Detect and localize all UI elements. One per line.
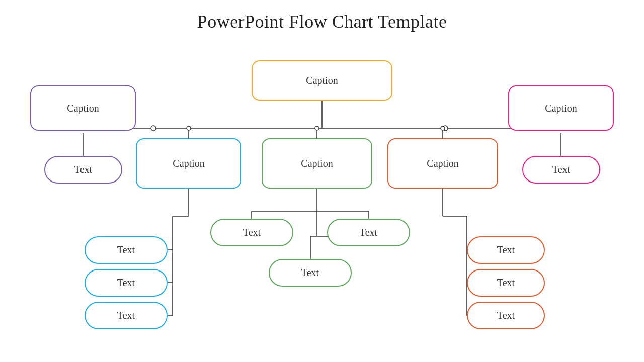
svg-point-2 <box>151 126 156 131</box>
node-green-text-2: Text <box>327 219 410 246</box>
node-top-caption: Caption <box>252 60 392 101</box>
node-right-text: Text <box>522 156 600 184</box>
node-left-caption: Caption <box>30 85 136 131</box>
node-red-text-1: Text <box>467 236 545 264</box>
node-red-text-2: Text <box>467 269 545 297</box>
node-green-text-1: Text <box>210 219 293 246</box>
page-title: PowerPoint Flow Chart Template <box>0 0 644 32</box>
node-blue-caption: Caption <box>136 138 242 189</box>
svg-point-9 <box>315 126 319 130</box>
node-left-text: Text <box>44 156 122 184</box>
svg-point-7 <box>187 126 191 130</box>
node-right-caption: Caption <box>508 85 614 131</box>
chart-area: Caption Caption Caption Caption Caption … <box>0 40 644 362</box>
node-red-text-3: Text <box>467 302 545 329</box>
node-blue-text-3: Text <box>85 302 168 329</box>
node-blue-text-2: Text <box>85 269 168 297</box>
node-red-caption: Caption <box>387 138 498 189</box>
node-green-caption: Caption <box>262 138 372 189</box>
node-green-text-3: Text <box>269 259 352 287</box>
svg-point-11 <box>441 126 445 130</box>
svg-point-3 <box>443 126 448 131</box>
node-blue-text-1: Text <box>85 236 168 264</box>
